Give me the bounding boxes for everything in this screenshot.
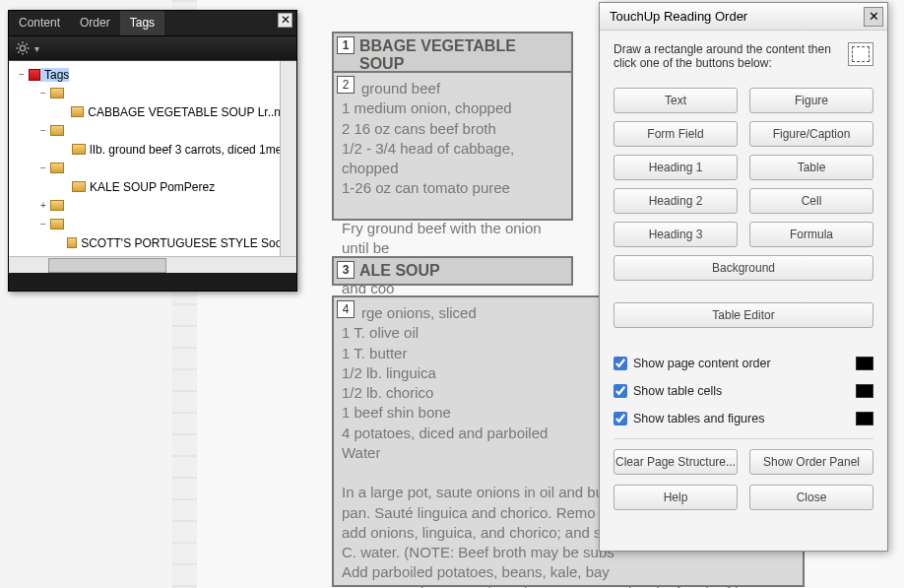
- tree-row[interactable]: −: [9, 159, 296, 177]
- order-badge-4: 4: [337, 300, 355, 318]
- text-button[interactable]: Text: [613, 88, 738, 113]
- tag-icon: [50, 125, 64, 136]
- tags-panel-tabbar: Content Order Tags: [9, 11, 296, 36]
- tree-item-label: SCOTT'S PORTUGUESE STYLE SooftS: [77, 236, 296, 250]
- heading-2-button[interactable]: Heading 2: [613, 188, 738, 214]
- tree-row[interactable]: +: [9, 196, 296, 215]
- tab-tags[interactable]: Tags: [120, 11, 164, 35]
- dialog-close-button[interactable]: ✕: [864, 7, 883, 27]
- help-button[interactable]: Help: [613, 485, 738, 510]
- form-field-button[interactable]: Form Field: [613, 121, 738, 147]
- show-page-content-order-label[interactable]: Show page content order: [613, 357, 771, 370]
- show-order-panel-button[interactable]: Show Order Panel: [749, 449, 873, 475]
- tag-icon: [50, 200, 64, 211]
- tree-root-label[interactable]: Tags: [40, 68, 69, 82]
- tree-row[interactable]: CABBAGE VEGETABLE SOUP Lr..ndol: [9, 102, 296, 121]
- selection-rectangle-icon: [848, 42, 873, 66]
- tree-expander[interactable]: [58, 181, 72, 192]
- table-cells-color-swatch[interactable]: [856, 384, 873, 398]
- tree-expander[interactable]: −: [36, 219, 50, 229]
- tree-row[interactable]: −: [9, 215, 296, 233]
- tree-expander[interactable]: −: [36, 88, 50, 98]
- tree-row[interactable]: −: [9, 84, 296, 102]
- show-table-cells-label[interactable]: Show table cells: [613, 384, 722, 398]
- close-button[interactable]: Close: [749, 485, 873, 510]
- tab-content[interactable]: Content: [9, 11, 70, 35]
- tags-panel: ✕ Content Order Tags ▾ −Tags− CABBAGE VE…: [8, 10, 297, 292]
- tags-toolbar: ▾: [9, 36, 296, 60]
- table-editor-button[interactable]: Table Editor: [613, 302, 873, 328]
- clear-page-structure-button[interactable]: Clear Page Structure...: [613, 449, 738, 475]
- tree-scrollbar-horizontal[interactable]: [9, 256, 296, 273]
- tree-row[interactable]: lIb. ground beef 3 carrots, diced 1me: [9, 140, 296, 159]
- figure-caption-button[interactable]: Figure/Caption: [749, 121, 873, 147]
- tag-icon: [72, 181, 86, 192]
- show-page-content-order-checkbox[interactable]: [613, 357, 627, 370]
- dialog-title: TouchUp Reading Order: [610, 9, 747, 24]
- tree-item-label: lIb. ground beef 3 carrots, diced 1me: [86, 143, 282, 157]
- tags-tree: −Tags− CABBAGE VEGETABLE SOUP Lr..ndol− …: [9, 60, 296, 273]
- heading-3-button[interactable]: Heading 3: [613, 222, 738, 247]
- dialog-instruction: Draw a rectangle around the content then…: [613, 42, 873, 70]
- tree-expander[interactable]: +: [36, 200, 50, 211]
- tree-expander[interactable]: −: [15, 69, 29, 80]
- tree-row[interactable]: KALE SOUP PomPerez: [9, 177, 296, 196]
- background-button[interactable]: Background: [613, 255, 873, 281]
- dropdown-arrow-icon[interactable]: ▾: [34, 43, 39, 54]
- show-table-cells-checkbox[interactable]: [613, 384, 627, 398]
- cell-button[interactable]: Cell: [749, 188, 873, 214]
- order-badge-2: 2: [337, 76, 355, 94]
- tags-panel-close-button[interactable]: ✕: [278, 13, 292, 28]
- figure-button[interactable]: Figure: [749, 88, 873, 113]
- touchup-reading-order-dialog: TouchUp Reading Order ✕ Draw a rectangle…: [599, 2, 888, 552]
- tag-icon: [67, 237, 77, 248]
- gear-icon[interactable]: [15, 40, 31, 56]
- formula-button[interactable]: Formula: [749, 222, 873, 247]
- tree-expander[interactable]: [58, 106, 71, 117]
- heading-1-button[interactable]: Heading 1: [613, 155, 738, 180]
- heading-1-text: BBAGE VEGETABLE SOUP: [359, 37, 516, 72]
- tag-icon: [71, 106, 84, 117]
- tree-row[interactable]: −: [9, 121, 296, 140]
- order-badge-1: 1: [337, 36, 355, 54]
- tag-icon: [50, 88, 64, 98]
- separator: [613, 438, 873, 439]
- svg-point-0: [20, 45, 25, 50]
- tree-expander[interactable]: −: [36, 125, 50, 136]
- paragraph-block-1[interactable]: 2 ground beef1 medium onion, chopped2 16…: [332, 71, 573, 221]
- tree-expander[interactable]: −: [36, 163, 50, 173]
- tables-figures-color-swatch[interactable]: [856, 412, 873, 425]
- tree-item-label: KALE SOUP PomPerez: [86, 180, 215, 194]
- tag-icon: [50, 163, 64, 173]
- table-button[interactable]: Table: [749, 155, 873, 180]
- show-tables-figures-label[interactable]: Show tables and figures: [613, 412, 764, 425]
- tree-scrollbar-vertical[interactable]: [280, 61, 296, 256]
- heading-block-2[interactable]: 3 ALE SOUP: [332, 256, 573, 286]
- tab-order[interactable]: Order: [70, 11, 120, 35]
- pdf-icon: [29, 69, 40, 81]
- order-badge-3: 3: [337, 261, 355, 279]
- tree-row[interactable]: SCOTT'S PORTUGUESE STYLE SooftS: [9, 233, 296, 252]
- tag-icon: [72, 144, 86, 155]
- dialog-titlebar: TouchUp Reading Order ✕: [600, 3, 887, 31]
- tree-expander[interactable]: [58, 237, 67, 248]
- show-tables-figures-checkbox[interactable]: [613, 412, 627, 425]
- tree-expander[interactable]: [58, 144, 72, 155]
- scrollbar-thumb[interactable]: [48, 258, 166, 273]
- heading-2-text: ALE SOUP: [359, 262, 440, 279]
- tree-item-label: CABBAGE VEGETABLE SOUP Lr..ndol: [84, 105, 296, 119]
- tag-icon: [50, 219, 64, 229]
- page-order-color-swatch[interactable]: [856, 357, 873, 370]
